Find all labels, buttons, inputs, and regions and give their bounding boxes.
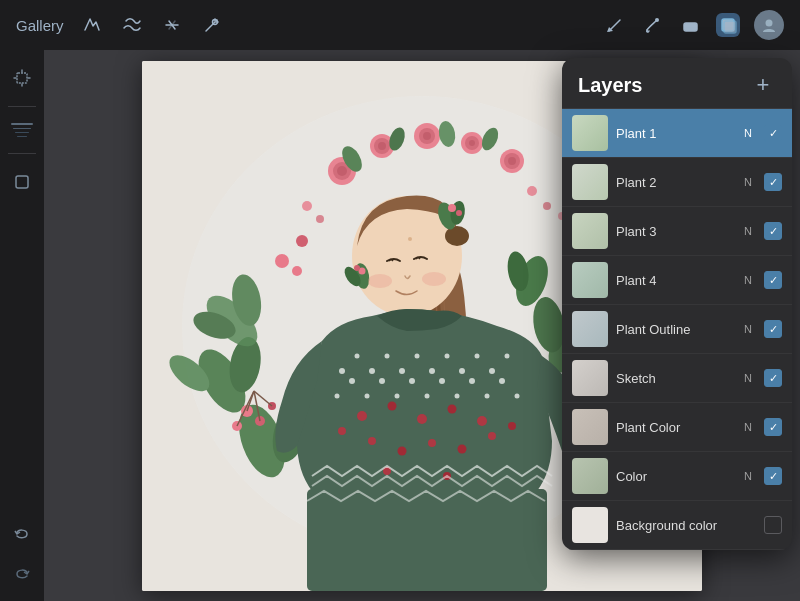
svg-point-123 bbox=[543, 202, 551, 210]
svg-point-84 bbox=[399, 368, 405, 374]
layer-visibility-toggle[interactable] bbox=[764, 369, 782, 387]
add-layer-button[interactable]: + bbox=[750, 72, 776, 98]
layer-row[interactable]: ColorN bbox=[562, 452, 792, 501]
layer-thumbnail bbox=[572, 115, 608, 151]
user-avatar[interactable] bbox=[754, 10, 784, 40]
layer-row[interactable]: Plant 1N bbox=[562, 109, 792, 158]
layer-blend-mode[interactable]: N bbox=[744, 176, 752, 188]
svg-point-102 bbox=[485, 393, 490, 398]
layer-row[interactable]: Plant 4N bbox=[562, 256, 792, 305]
redo-tool[interactable] bbox=[6, 557, 38, 589]
svg-rect-119 bbox=[307, 489, 547, 591]
svg-point-95 bbox=[379, 378, 385, 384]
layer-visibility-toggle[interactable] bbox=[764, 271, 782, 289]
layer-name: Background color bbox=[616, 518, 744, 533]
svg-point-49 bbox=[337, 166, 347, 176]
svg-point-75 bbox=[354, 265, 360, 271]
svg-point-100 bbox=[455, 393, 460, 398]
layer-name: Plant 1 bbox=[616, 126, 736, 141]
svg-point-93 bbox=[349, 378, 355, 384]
svg-point-115 bbox=[338, 427, 346, 435]
sidebar-divider-1 bbox=[8, 106, 36, 107]
gallery-button[interactable]: Gallery bbox=[16, 17, 64, 34]
layer-row[interactable]: Plant 3N bbox=[562, 207, 792, 256]
svg-point-105 bbox=[357, 411, 367, 421]
svg-point-121 bbox=[316, 215, 324, 223]
svg-point-111 bbox=[398, 446, 407, 455]
layer-row[interactable]: SketchN bbox=[562, 354, 792, 403]
svg-rect-18 bbox=[16, 176, 28, 188]
layer-name: Plant Outline bbox=[616, 322, 736, 337]
toolbar: Gallery bbox=[0, 0, 800, 50]
layer-thumbnail bbox=[572, 164, 608, 200]
wand-tool-icon[interactable] bbox=[200, 13, 224, 37]
svg-point-91 bbox=[505, 353, 510, 358]
svg-point-70 bbox=[448, 204, 456, 212]
svg-point-106 bbox=[388, 401, 397, 410]
layer-thumbnail bbox=[572, 262, 608, 298]
svg-point-7 bbox=[655, 18, 659, 22]
layer-visibility-toggle[interactable] bbox=[764, 516, 782, 534]
layer-thumbnail bbox=[572, 458, 608, 494]
svg-rect-11 bbox=[724, 21, 736, 33]
svg-point-120 bbox=[302, 201, 312, 211]
pencil-tool-icon[interactable] bbox=[602, 13, 626, 37]
layer-blend-mode[interactable]: N bbox=[744, 127, 752, 139]
layers-header: Layers + bbox=[562, 58, 792, 109]
toolbar-left: Gallery bbox=[16, 13, 224, 37]
svg-point-52 bbox=[378, 142, 386, 150]
layer-blend-mode[interactable]: N bbox=[744, 470, 752, 482]
layer-visibility-toggle[interactable] bbox=[764, 418, 782, 436]
svg-point-109 bbox=[477, 416, 487, 426]
layer-blend-mode[interactable]: N bbox=[744, 421, 752, 433]
svg-point-77 bbox=[422, 272, 446, 286]
layer-blend-mode[interactable]: N bbox=[744, 372, 752, 384]
layer-visibility-toggle[interactable] bbox=[764, 222, 782, 240]
adjust-tool-icon[interactable] bbox=[120, 13, 144, 37]
svg-point-37 bbox=[275, 254, 289, 268]
smudge-tool-icon[interactable] bbox=[160, 13, 184, 37]
layer-visibility-toggle[interactable] bbox=[764, 320, 782, 338]
layer-thumbnail bbox=[572, 360, 608, 396]
svg-point-61 bbox=[508, 157, 516, 165]
select-shape-tool[interactable] bbox=[6, 166, 38, 198]
svg-point-97 bbox=[409, 378, 415, 384]
layer-row[interactable]: Plant 2N bbox=[562, 158, 792, 207]
svg-point-112 bbox=[428, 439, 436, 447]
svg-point-12 bbox=[766, 20, 773, 27]
layers-tool-icon[interactable] bbox=[716, 13, 740, 37]
layer-visibility-toggle[interactable] bbox=[764, 124, 782, 142]
layer-blend-mode[interactable]: N bbox=[744, 225, 752, 237]
layer-name: Plant 4 bbox=[616, 273, 736, 288]
layer-blend-mode[interactable]: N bbox=[744, 274, 752, 286]
eraser-tool-icon[interactable] bbox=[678, 13, 702, 37]
svg-point-98 bbox=[425, 393, 430, 398]
layer-blend-mode[interactable]: N bbox=[744, 323, 752, 335]
layer-row[interactable]: Background color bbox=[562, 501, 792, 550]
left-sidebar bbox=[0, 50, 44, 601]
svg-point-76 bbox=[368, 274, 392, 288]
layer-row[interactable]: Plant ColorN bbox=[562, 403, 792, 452]
brush-size-indicator bbox=[11, 123, 33, 125]
layer-visibility-toggle[interactable] bbox=[764, 173, 782, 191]
svg-point-113 bbox=[458, 444, 467, 453]
modify-tool-icon[interactable] bbox=[80, 13, 104, 37]
svg-point-96 bbox=[395, 393, 400, 398]
svg-point-71 bbox=[456, 210, 462, 216]
svg-point-38 bbox=[296, 235, 308, 247]
layer-thumbnail bbox=[572, 409, 608, 445]
svg-point-86 bbox=[429, 368, 435, 374]
svg-point-39 bbox=[292, 266, 302, 276]
svg-point-80 bbox=[339, 368, 345, 374]
svg-point-81 bbox=[355, 353, 360, 358]
svg-point-107 bbox=[417, 414, 427, 424]
layer-name: Sketch bbox=[616, 371, 736, 386]
undo-tool[interactable] bbox=[6, 517, 38, 549]
svg-point-85 bbox=[415, 353, 420, 358]
svg-point-101 bbox=[469, 378, 475, 384]
layer-visibility-toggle[interactable] bbox=[764, 467, 782, 485]
layer-row[interactable]: Plant OutlineN bbox=[562, 305, 792, 354]
layer-thumbnail bbox=[572, 311, 608, 347]
brush-tool-icon[interactable] bbox=[640, 13, 664, 37]
transform-tool[interactable] bbox=[6, 62, 38, 94]
